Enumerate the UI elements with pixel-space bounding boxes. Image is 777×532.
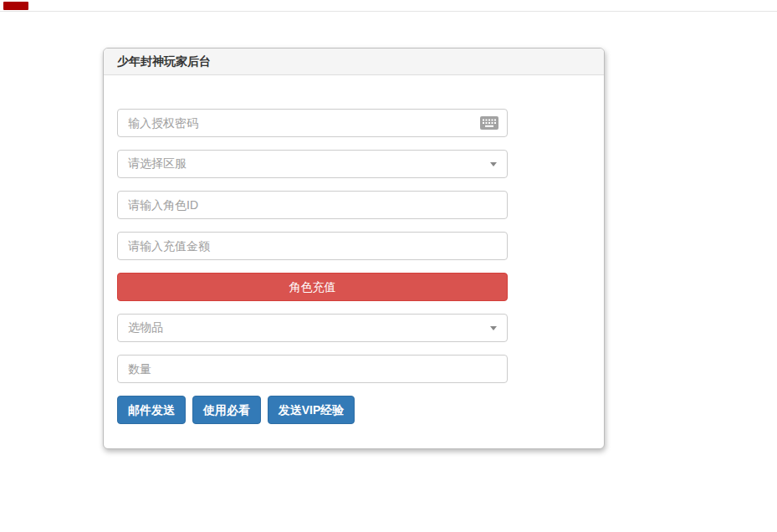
send-mail-button[interactable]: 邮件发送 (117, 396, 186, 424)
quantity-group (117, 355, 508, 383)
usage-notes-button[interactable]: 使用必看 (192, 396, 261, 424)
server-select[interactable]: 请选择区服 (117, 150, 508, 178)
chevron-down-icon (490, 162, 497, 166)
auth-password-input[interactable] (117, 109, 508, 137)
player-admin-panel: 少年封神玩家后台 请选择区服 (103, 48, 605, 449)
auth-password-group (117, 109, 508, 137)
item-select[interactable]: 选物品 (117, 314, 508, 342)
chevron-down-icon (490, 326, 497, 330)
item-select-group: 选物品 (117, 314, 508, 342)
action-buttons-row: 邮件发送 使用必看 发送VIP经验 (117, 396, 508, 424)
recharge-amount-input[interactable] (117, 232, 508, 260)
recharge-amount-group (117, 232, 508, 260)
keyboard-icon[interactable] (480, 116, 498, 130)
role-id-group (117, 191, 508, 219)
panel-title: 少年封神玩家后台 (104, 49, 604, 75)
role-id-input[interactable] (117, 191, 508, 219)
recharge-button-group: 角色充值 (117, 273, 508, 301)
send-vip-exp-button[interactable]: 发送VIP经验 (268, 396, 355, 424)
item-select-value: 选物品 (128, 320, 490, 335)
page-loading-progress-bar (3, 2, 28, 10)
panel-body: 请选择区服 角色充值 选物品 邮件发送 使用必看 发送VIP经验 (104, 75, 604, 424)
quantity-input[interactable] (117, 355, 508, 383)
server-select-value: 请选择区服 (128, 156, 490, 171)
server-select-group: 请选择区服 (117, 150, 508, 178)
role-recharge-button[interactable]: 角色充值 (117, 273, 508, 301)
top-navbar-remnant (0, 0, 777, 12)
